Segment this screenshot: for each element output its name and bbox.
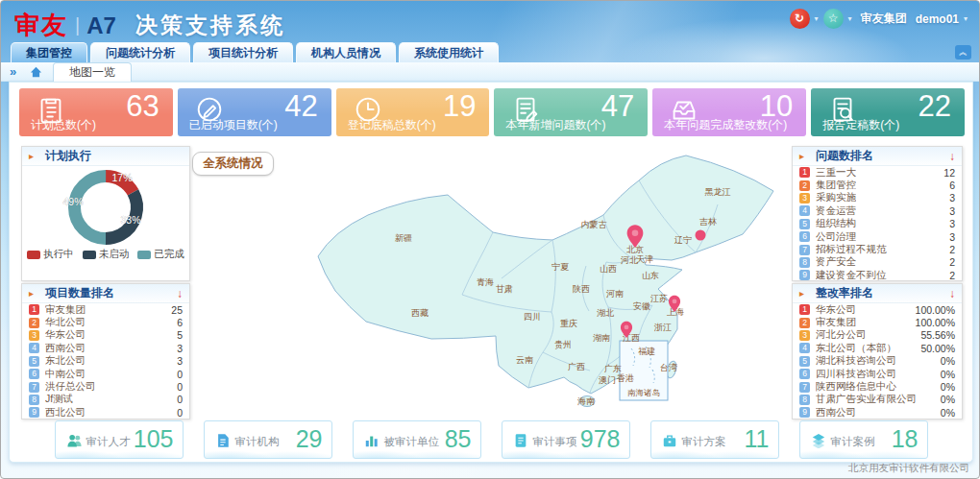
legend-label: 已完成 (154, 248, 184, 261)
metric-label: 审计方案 (682, 435, 726, 449)
ranking-row[interactable]: 2审友集团100.00% (793, 316, 962, 328)
collapse-icon[interactable]: ︽ (955, 45, 971, 60)
rank-item-value: 0% (941, 369, 955, 380)
metric-audit-cases[interactable]: 审计案例 18 (799, 420, 928, 459)
nav-tab[interactable]: 项目统计分析 (193, 42, 293, 62)
stat-card-started-projects[interactable]: 42 已启动项目数(个) (178, 88, 331, 136)
ranking-row[interactable]: 3华东公司5 (22, 329, 189, 342)
panel-title: 整改率排名 (816, 285, 873, 301)
ranking-row[interactable]: 9西南公司0% (793, 406, 962, 419)
metric-label: 审计事项 (533, 435, 577, 449)
ranking-row[interactable]: 9建设资金不到位2 (793, 269, 962, 281)
ranking-row[interactable]: 6公司治理3 (793, 230, 962, 243)
caret-down-icon[interactable]: ▾ (964, 14, 968, 23)
legend-item[interactable]: 已完成 (137, 248, 184, 261)
nav-tab[interactable]: 机构人员情况 (296, 42, 396, 62)
ranking-row[interactable]: 6四川科技咨询公司0% (793, 368, 962, 380)
province-label: 江苏 (650, 294, 668, 303)
metric-audited-units[interactable]: 被审计单位 85 (353, 420, 481, 459)
refresh-icon[interactable]: ↻ (790, 9, 810, 29)
stat-card-rectified[interactable]: 10 本年问题完成整改数(个) (652, 88, 806, 136)
caret-down-icon[interactable]: ▾ (815, 14, 819, 23)
ranking-row[interactable]: 1三重一大12 (793, 166, 962, 179)
ranking-row[interactable]: 4资金运营3 (793, 204, 962, 217)
nav-tab[interactable]: 问题统计分析 (90, 42, 190, 62)
panel-bullet-icon: ▸ (799, 288, 804, 299)
username[interactable]: demo01 (916, 12, 959, 26)
rank-item-name: 华东公司 (816, 303, 856, 317)
rank-badge: 9 (799, 407, 810, 418)
sort-desc-icon[interactable]: ↓ (949, 150, 955, 163)
document-icon (513, 433, 528, 448)
ranking-row[interactable]: 4西南公司3 (22, 342, 189, 354)
ranking-row[interactable]: 9西北公司0 (22, 406, 189, 419)
province-label: 安徽 (633, 301, 650, 311)
stat-card-final-reports[interactable]: 22 报告定稿数(个) (811, 88, 965, 136)
ranking-row[interactable]: 6中南公司0 (22, 368, 189, 380)
ranking-row[interactable]: 5组织结构3 (793, 218, 962, 230)
metric-audit-plans[interactable]: 审计方案 11 (650, 420, 779, 459)
stat-card-drafts[interactable]: 19 登记底稿总数(个) (336, 88, 490, 136)
stat-card-plans[interactable]: 63 计划总数(个) (19, 88, 173, 136)
stat-value: 22 (918, 89, 950, 124)
metric-audit-items[interactable]: 审计事项 978 (502, 420, 630, 459)
bar-chart-icon (364, 433, 380, 448)
rank-item-value: 2 (949, 256, 955, 268)
ranking-row[interactable]: 8Jf测试0 (22, 394, 189, 406)
rank-item-name: 甘肃广告实业有限公司 (816, 393, 917, 406)
province-label: 贵州 (554, 340, 572, 349)
legend-item[interactable]: 执行中 (27, 248, 74, 261)
file-icon (215, 433, 231, 448)
user-bar: ↻ ▾ ☆ ▾ 审友集团 demo01 ▾ (790, 9, 968, 29)
rank-item-name: 西北公司 (45, 406, 86, 419)
sort-desc-icon[interactable]: ↓ (177, 287, 183, 300)
map-pin[interactable] (696, 230, 706, 241)
province-label: 西藏 (411, 308, 429, 318)
ranking-row[interactable]: 2集团管控6 (793, 179, 962, 191)
ranking-row[interactable]: 3河北分公司55.56% (793, 329, 962, 342)
expand-chevrons-icon[interactable]: » (10, 64, 16, 79)
ranking-row[interactable]: 8甘肃广告实业有限公司0% (793, 394, 962, 406)
ranking-row[interactable]: 8资产安全2 (793, 256, 962, 269)
ranking-list: 1三重一大122集团管控63采购实施34资金运营35组织结构36公司治理37招标… (793, 166, 962, 282)
nav-tab[interactable]: 系统使用统计 (399, 42, 499, 62)
stat-card-new-issues[interactable]: 47 本年新增问题数(个) (494, 88, 648, 136)
ranking-row[interactable]: 1华东公司100.00% (793, 303, 962, 316)
ranking-row[interactable]: 5湖北科技咨询公司0% (793, 355, 962, 368)
province-label: 台湾 (660, 363, 677, 372)
metric-value: 11 (745, 425, 770, 453)
rank-badge: 2 (29, 318, 39, 328)
tab-map-overview[interactable]: 地图一览 (53, 62, 132, 83)
rank-item-name: 集团管控 (816, 179, 856, 192)
ranking-row[interactable]: 7陕西网络信息中心0% (793, 380, 962, 393)
china-map[interactable]: 南海诸岛 新疆西藏青海甘肃宁夏陕西山西河北北京天津山东河南内蒙古黑龙江吉林辽宁江… (314, 150, 775, 411)
metric-audit-talent[interactable]: 审计人才 105 (55, 420, 184, 459)
rank-item-value: 3 (949, 205, 955, 217)
sort-desc-icon[interactable]: ↓ (949, 287, 955, 300)
rank-item-name: 东北公司（本部） (816, 342, 896, 355)
caret-down-icon[interactable]: ▾ (848, 14, 852, 23)
province-label: 青海 (477, 277, 494, 287)
rank-badge: 9 (29, 407, 39, 418)
ranking-row[interactable]: 7洪仔总公司0 (22, 380, 189, 393)
metric-audit-orgs[interactable]: 审计机构 29 (204, 420, 332, 459)
stat-label: 本年问题完成整改数(个) (664, 117, 787, 133)
rank-item-value: 50.00% (920, 343, 955, 354)
issue-count-ranking-panel: ▸ 问题数排名 ↓ 1三重一大122集团管控63采购实施34资金运营35组织结构… (792, 146, 963, 281)
ranking-row[interactable]: 5东北公司3 (22, 355, 189, 368)
ranking-row[interactable]: 1审友集团25 (22, 303, 189, 316)
panel-title: 计划执行 (45, 148, 91, 164)
home-icon[interactable] (30, 66, 42, 78)
metric-label: 审计案例 (831, 435, 875, 449)
nav-tab[interactable]: 集团管控 (11, 42, 87, 62)
ranking-row[interactable]: 3采购实施3 (793, 192, 962, 204)
dashboard-page: 审友 | A7 决策支持系统 ↻ ▾ ☆ ▾ 审友集团 demo01 ▾ 集团管… (0, 0, 980, 479)
rank-badge: 3 (799, 193, 810, 204)
legend-item[interactable]: 未启动 (83, 248, 130, 261)
star-icon[interactable]: ☆ (823, 9, 844, 29)
ranking-row[interactable]: 7招标过程不规范2 (793, 243, 962, 255)
whole-system-button[interactable]: 全系统情况 (192, 152, 274, 176)
clock-icon (352, 93, 384, 126)
ranking-row[interactable]: 4东北公司（本部）50.00% (793, 342, 962, 354)
ranking-row[interactable]: 2华北公司6 (22, 316, 189, 328)
